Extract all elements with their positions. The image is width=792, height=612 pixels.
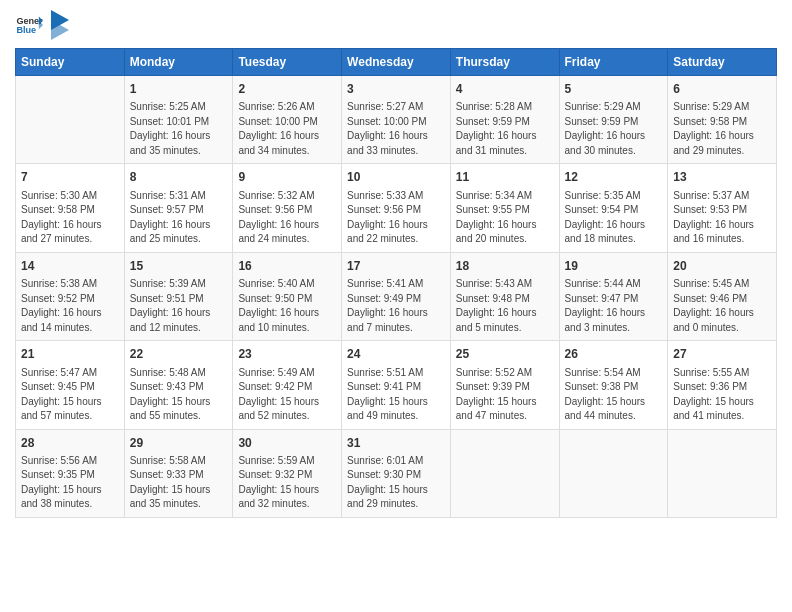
header-monday: Monday [124,49,233,76]
day-info: Sunrise: 5:26 AM Sunset: 10:00 PM Daylig… [238,100,336,158]
calendar-cell: 1Sunrise: 5:25 AM Sunset: 10:01 PM Dayli… [124,76,233,164]
logo: General Blue [15,10,69,40]
day-info: Sunrise: 5:40 AM Sunset: 9:50 PM Dayligh… [238,277,336,335]
day-info: Sunrise: 5:59 AM Sunset: 9:32 PM Dayligh… [238,454,336,512]
calendar-cell [16,76,125,164]
day-number: 20 [673,258,771,275]
day-number: 14 [21,258,119,275]
calendar-week-row: 14Sunrise: 5:38 AM Sunset: 9:52 PM Dayli… [16,252,777,340]
calendar-cell [668,429,777,517]
day-number: 6 [673,81,771,98]
day-number: 22 [130,346,228,363]
day-info: Sunrise: 5:33 AM Sunset: 9:56 PM Dayligh… [347,189,445,247]
calendar-header-row: SundayMondayTuesdayWednesdayThursdayFrid… [16,49,777,76]
logo-icon: General Blue [15,11,43,39]
calendar-cell: 8Sunrise: 5:31 AM Sunset: 9:57 PM Daylig… [124,164,233,252]
day-number: 2 [238,81,336,98]
calendar-week-row: 21Sunrise: 5:47 AM Sunset: 9:45 PM Dayli… [16,341,777,429]
day-info: Sunrise: 5:44 AM Sunset: 9:47 PM Dayligh… [565,277,663,335]
day-info: Sunrise: 5:48 AM Sunset: 9:43 PM Dayligh… [130,366,228,424]
day-number: 18 [456,258,554,275]
header-wednesday: Wednesday [342,49,451,76]
day-number: 1 [130,81,228,98]
day-info: Sunrise: 5:35 AM Sunset: 9:54 PM Dayligh… [565,189,663,247]
calendar-week-row: 28Sunrise: 5:56 AM Sunset: 9:35 PM Dayli… [16,429,777,517]
calendar-cell: 30Sunrise: 5:59 AM Sunset: 9:32 PM Dayli… [233,429,342,517]
calendar-cell: 16Sunrise: 5:40 AM Sunset: 9:50 PM Dayli… [233,252,342,340]
day-number: 29 [130,435,228,452]
day-number: 11 [456,169,554,186]
day-number: 13 [673,169,771,186]
day-info: Sunrise: 5:47 AM Sunset: 9:45 PM Dayligh… [21,366,119,424]
svg-text:Blue: Blue [16,25,36,35]
day-info: Sunrise: 5:30 AM Sunset: 9:58 PM Dayligh… [21,189,119,247]
calendar-cell [450,429,559,517]
day-info: Sunrise: 6:01 AM Sunset: 9:30 PM Dayligh… [347,454,445,512]
day-number: 8 [130,169,228,186]
day-info: Sunrise: 5:25 AM Sunset: 10:01 PM Daylig… [130,100,228,158]
calendar-cell [559,429,668,517]
calendar-cell: 18Sunrise: 5:43 AM Sunset: 9:48 PM Dayli… [450,252,559,340]
calendar-cell: 3Sunrise: 5:27 AM Sunset: 10:00 PM Dayli… [342,76,451,164]
day-info: Sunrise: 5:29 AM Sunset: 9:58 PM Dayligh… [673,100,771,158]
calendar-cell: 21Sunrise: 5:47 AM Sunset: 9:45 PM Dayli… [16,341,125,429]
day-info: Sunrise: 5:38 AM Sunset: 9:52 PM Dayligh… [21,277,119,335]
day-info: Sunrise: 5:28 AM Sunset: 9:59 PM Dayligh… [456,100,554,158]
day-number: 4 [456,81,554,98]
day-number: 25 [456,346,554,363]
day-number: 28 [21,435,119,452]
day-number: 17 [347,258,445,275]
calendar-cell: 17Sunrise: 5:41 AM Sunset: 9:49 PM Dayli… [342,252,451,340]
day-info: Sunrise: 5:34 AM Sunset: 9:55 PM Dayligh… [456,189,554,247]
day-number: 5 [565,81,663,98]
day-info: Sunrise: 5:54 AM Sunset: 9:38 PM Dayligh… [565,366,663,424]
calendar-week-row: 1Sunrise: 5:25 AM Sunset: 10:01 PM Dayli… [16,76,777,164]
day-info: Sunrise: 5:37 AM Sunset: 9:53 PM Dayligh… [673,189,771,247]
day-number: 9 [238,169,336,186]
calendar-cell: 14Sunrise: 5:38 AM Sunset: 9:52 PM Dayli… [16,252,125,340]
calendar-cell: 26Sunrise: 5:54 AM Sunset: 9:38 PM Dayli… [559,341,668,429]
calendar-cell: 24Sunrise: 5:51 AM Sunset: 9:41 PM Dayli… [342,341,451,429]
header-thursday: Thursday [450,49,559,76]
day-info: Sunrise: 5:41 AM Sunset: 9:49 PM Dayligh… [347,277,445,335]
day-info: Sunrise: 5:52 AM Sunset: 9:39 PM Dayligh… [456,366,554,424]
day-info: Sunrise: 5:43 AM Sunset: 9:48 PM Dayligh… [456,277,554,335]
day-number: 19 [565,258,663,275]
calendar-cell: 5Sunrise: 5:29 AM Sunset: 9:59 PM Daylig… [559,76,668,164]
day-number: 24 [347,346,445,363]
calendar-cell: 4Sunrise: 5:28 AM Sunset: 9:59 PM Daylig… [450,76,559,164]
day-info: Sunrise: 5:39 AM Sunset: 9:51 PM Dayligh… [130,277,228,335]
page-header: General Blue [15,10,777,40]
day-info: Sunrise: 5:45 AM Sunset: 9:46 PM Dayligh… [673,277,771,335]
day-info: Sunrise: 5:58 AM Sunset: 9:33 PM Dayligh… [130,454,228,512]
calendar-cell: 10Sunrise: 5:33 AM Sunset: 9:56 PM Dayli… [342,164,451,252]
calendar-table: SundayMondayTuesdayWednesdayThursdayFrid… [15,48,777,518]
calendar-cell: 11Sunrise: 5:34 AM Sunset: 9:55 PM Dayli… [450,164,559,252]
header-friday: Friday [559,49,668,76]
day-info: Sunrise: 5:32 AM Sunset: 9:56 PM Dayligh… [238,189,336,247]
day-info: Sunrise: 5:29 AM Sunset: 9:59 PM Dayligh… [565,100,663,158]
day-number: 23 [238,346,336,363]
day-info: Sunrise: 5:31 AM Sunset: 9:57 PM Dayligh… [130,189,228,247]
day-number: 30 [238,435,336,452]
calendar-cell: 15Sunrise: 5:39 AM Sunset: 9:51 PM Dayli… [124,252,233,340]
day-number: 27 [673,346,771,363]
calendar-cell: 13Sunrise: 5:37 AM Sunset: 9:53 PM Dayli… [668,164,777,252]
day-number: 15 [130,258,228,275]
calendar-cell: 23Sunrise: 5:49 AM Sunset: 9:42 PM Dayli… [233,341,342,429]
day-number: 10 [347,169,445,186]
header-saturday: Saturday [668,49,777,76]
day-number: 26 [565,346,663,363]
day-info: Sunrise: 5:27 AM Sunset: 10:00 PM Daylig… [347,100,445,158]
day-info: Sunrise: 5:49 AM Sunset: 9:42 PM Dayligh… [238,366,336,424]
day-number: 12 [565,169,663,186]
calendar-cell: 19Sunrise: 5:44 AM Sunset: 9:47 PM Dayli… [559,252,668,340]
calendar-cell: 12Sunrise: 5:35 AM Sunset: 9:54 PM Dayli… [559,164,668,252]
day-number: 31 [347,435,445,452]
calendar-cell: 7Sunrise: 5:30 AM Sunset: 9:58 PM Daylig… [16,164,125,252]
calendar-week-row: 7Sunrise: 5:30 AM Sunset: 9:58 PM Daylig… [16,164,777,252]
calendar-cell: 20Sunrise: 5:45 AM Sunset: 9:46 PM Dayli… [668,252,777,340]
calendar-cell: 29Sunrise: 5:58 AM Sunset: 9:33 PM Dayli… [124,429,233,517]
calendar-cell: 31Sunrise: 6:01 AM Sunset: 9:30 PM Dayli… [342,429,451,517]
calendar-cell: 6Sunrise: 5:29 AM Sunset: 9:58 PM Daylig… [668,76,777,164]
